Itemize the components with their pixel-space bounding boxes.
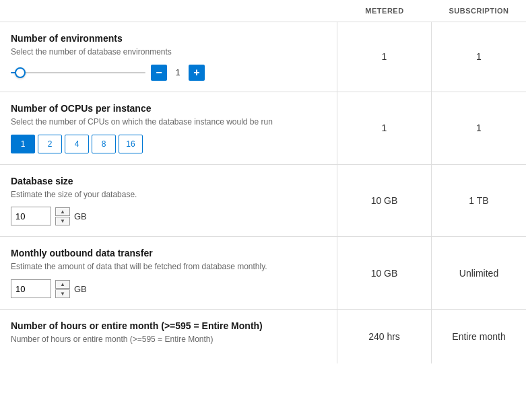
row-db-size: Database size Estimate the size of your …	[0, 165, 526, 238]
pricing-table: METERED SUBSCRIPTION Number of environme…	[0, 0, 526, 363]
db-size-metered: 10 GB	[337, 165, 432, 237]
header-metered: METERED	[337, 0, 432, 22]
cpu-btn-1[interactable]: 1	[11, 135, 35, 153]
hours-desc: Number of hours or entire month (>=595 =…	[11, 334, 326, 345]
data-transfer-input[interactable]	[11, 279, 51, 298]
row-ocpus: Number of OCPUs per instance Select the …	[0, 92, 526, 165]
cpu-buttons: 1 2 4 8 16	[11, 135, 326, 153]
config-hours: Number of hours or entire month (>=595 =…	[0, 310, 337, 363]
plus-button[interactable]: +	[189, 65, 205, 81]
ocpus-subscription: 1	[432, 92, 526, 164]
data-transfer-metered: 10 GB	[337, 237, 432, 309]
header-config	[0, 0, 337, 22]
ocpus-metered: 1	[337, 92, 432, 164]
ocpus-title: Number of OCPUs per instance	[11, 103, 326, 114]
minus-button[interactable]: −	[151, 65, 167, 81]
db-size-spinner-btns: ▲ ▼	[55, 207, 70, 225]
hours-subscription: Entire month	[432, 310, 526, 363]
data-transfer-subscription: Unlimited	[432, 237, 526, 309]
config-data-transfer: Monthly outbound data transfer Estimate …	[0, 237, 337, 309]
row-environments: Number of environments Select the number…	[0, 22, 526, 92]
data-transfer-title: Monthly outbound data transfer	[11, 248, 326, 258]
environments-subscription: 1	[432, 22, 526, 92]
environments-metered: 1	[337, 22, 432, 92]
slider-row: − 1 +	[11, 65, 326, 81]
hours-metered: 240 hrs	[337, 310, 432, 363]
config-environments: Number of environments Select the number…	[0, 22, 337, 92]
data-transfer-down[interactable]: ▼	[55, 289, 70, 298]
slider-track[interactable]	[11, 66, 145, 79]
db-size-down[interactable]: ▼	[55, 217, 70, 225]
slider-thumb[interactable]	[15, 67, 26, 78]
db-size-subscription: 1 TB	[432, 165, 526, 237]
environments-desc: Select the number of database environmen…	[11, 46, 326, 58]
db-size-up[interactable]: ▲	[55, 207, 70, 216]
cpu-btn-16[interactable]: 16	[119, 135, 143, 153]
environments-title: Number of environments	[11, 33, 326, 44]
row-data-transfer: Monthly outbound data transfer Estimate …	[0, 237, 526, 310]
ocpus-desc: Select the number of CPUs on which the d…	[11, 116, 326, 128]
config-ocpus: Number of OCPUs per instance Select the …	[0, 92, 337, 164]
hours-title: Number of hours or entire month (>=595 =…	[11, 320, 326, 331]
table-header: METERED SUBSCRIPTION	[0, 0, 526, 22]
cpu-btn-2[interactable]: 2	[38, 135, 62, 153]
cpu-btn-4[interactable]: 4	[65, 135, 89, 153]
data-transfer-unit: GB	[74, 284, 87, 294]
db-size-spinner-row: ▲ ▼ GB	[11, 207, 326, 225]
data-transfer-up[interactable]: ▲	[55, 280, 70, 289]
db-size-unit: GB	[74, 211, 87, 221]
slider-value: 1	[172, 67, 183, 77]
data-transfer-desc: Estimate the amount of data that will be…	[11, 261, 326, 273]
cpu-btn-8[interactable]: 8	[92, 135, 116, 153]
db-size-title: Database size	[11, 176, 326, 186]
db-size-desc: Estimate the size of your database.	[11, 189, 326, 201]
config-db-size: Database size Estimate the size of your …	[0, 165, 337, 237]
row-hours: Number of hours or entire month (>=595 =…	[0, 310, 526, 363]
db-size-input[interactable]	[11, 207, 51, 225]
header-subscription: SUBSCRIPTION	[432, 0, 526, 22]
data-transfer-spinner-btns: ▲ ▼	[55, 280, 70, 298]
slider-bg	[11, 72, 145, 73]
data-transfer-spinner-row: ▲ ▼ GB	[11, 279, 326, 298]
